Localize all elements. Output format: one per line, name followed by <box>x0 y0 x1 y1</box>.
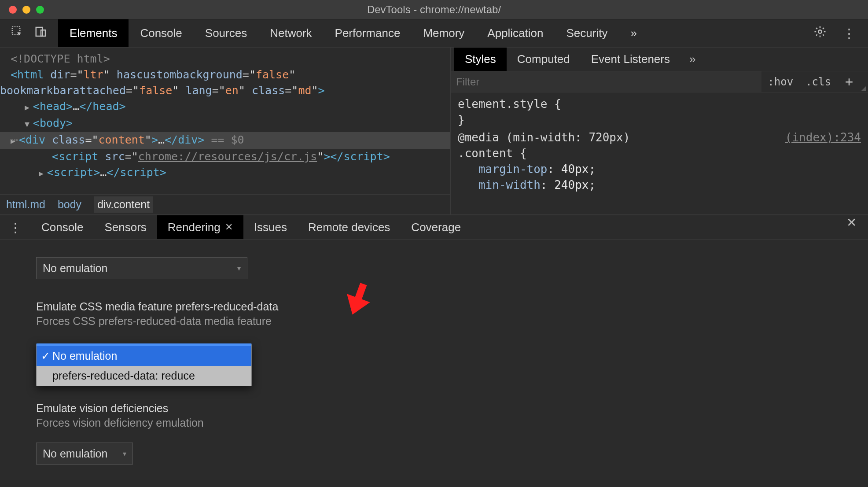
styles-panel: Styles Computed Event Listeners » :hov .… <box>451 48 868 214</box>
tab-sources[interactable]: Sources <box>194 19 258 47</box>
styles-filter-input[interactable] <box>451 71 761 92</box>
window-titlebar: DevTools - chrome://newtab/ <box>0 0 868 19</box>
style-rule[interactable]: element.style { } <box>458 96 861 128</box>
vision-deficiency-select[interactable]: No emulation ▾ <box>36 443 133 465</box>
tab-label: Rendering <box>168 221 221 234</box>
toggle-hov-button[interactable]: :hov <box>761 76 799 88</box>
tab-label: Performance <box>335 26 401 40</box>
tab-label: Styles <box>465 52 496 66</box>
section-title: Emulate CSS media feature prefers-reduce… <box>36 300 868 313</box>
styles-filter-row: :hov .cls + <box>451 71 868 92</box>
dom-tree[interactable]: <!DOCTYPE html> <html dir="ltr" hascusto… <box>0 48 450 194</box>
drawer-tab-console[interactable]: Console <box>31 215 94 239</box>
svg-rect-1 <box>36 27 43 36</box>
css-media-emulation-select[interactable]: No emulation ▾ <box>36 257 247 279</box>
main-tab-bar: Elements Console Sources Network Perform… <box>0 19 868 48</box>
settings-gear-icon[interactable] <box>813 25 827 41</box>
rule-selector: element.style { <box>458 97 561 111</box>
svg-point-3 <box>818 30 822 33</box>
dom-doctype: <!DOCTYPE html> <box>11 52 110 65</box>
rule-source-link[interactable]: (index):234 <box>785 129 861 145</box>
tab-label: Memory <box>423 26 464 40</box>
tab-application[interactable]: Application <box>476 19 555 47</box>
drawer-tab-coverage[interactable]: Coverage <box>401 215 471 239</box>
breadcrumb-item[interactable]: body <box>58 198 81 211</box>
styles-tab-computed[interactable]: Computed <box>507 48 581 71</box>
select-value: No emulation <box>43 447 107 460</box>
chevron-more-icon: » <box>630 26 636 40</box>
dom-node[interactable]: <html dir="ltr" hascustombackground="fal… <box>11 67 450 83</box>
rule-brace: } <box>458 113 465 126</box>
tab-label: Network <box>270 26 312 40</box>
styles-tab-bar: Styles Computed Event Listeners » <box>451 48 868 71</box>
rule-media: @media (min-width: 720px) <box>458 131 630 144</box>
tab-network[interactable]: Network <box>258 19 323 47</box>
dom-node-head[interactable]: <head>…</head> <box>11 99 450 115</box>
dropdown-option[interactable]: prefers-reduced-data: reduce <box>37 366 251 386</box>
dom-node-body[interactable]: <body> <box>11 115 450 132</box>
styles-tab-styles[interactable]: Styles <box>454 48 507 71</box>
tab-security[interactable]: Security <box>555 19 619 47</box>
tab-label: Event Listeners <box>591 52 670 66</box>
drawer-tab-sensors[interactable]: Sensors <box>94 215 157 239</box>
tab-label: Console <box>140 26 182 40</box>
section-description: Forces vision deficiency emulation <box>36 417 868 429</box>
close-window-button[interactable] <box>9 6 17 14</box>
breadcrumb-item[interactable]: html.md <box>6 198 45 211</box>
rule-selector: .content { <box>458 147 527 160</box>
tab-label: Remote devices <box>308 221 390 234</box>
dom-node-selected[interactable]: <div class="content">…</div> == $0 <box>0 132 450 149</box>
inspect-element-icon[interactable] <box>11 25 24 41</box>
close-icon[interactable]: ✕ <box>225 221 233 233</box>
new-style-rule-button[interactable]: + <box>837 74 861 89</box>
gutter-ellipsis-icon: ⋯ <box>11 132 18 148</box>
tab-label: Computed <box>517 52 570 66</box>
tab-label: Security <box>566 26 608 40</box>
tab-elements[interactable]: Elements <box>58 19 129 47</box>
rendering-panel: No emulation ▾ Emulate CSS media feature… <box>0 240 868 465</box>
tab-label: Sensors <box>104 221 146 234</box>
chevron-down-icon: ▾ <box>237 264 241 273</box>
section-description: Forces CSS prefers-reduced-data media fe… <box>36 315 868 328</box>
style-rule[interactable]: (index):234 @media (min-width: 720px) .c… <box>458 129 861 193</box>
breadcrumb: html.md body div.content <box>0 194 450 214</box>
dom-node[interactable]: <script src="chrome://resources/js/cr.js… <box>11 149 450 165</box>
dom-node[interactable]: bookmarkbarattached="false" lang="en" cl… <box>0 83 450 99</box>
toggle-cls-button[interactable]: .cls <box>799 76 837 88</box>
tab-console[interactable]: Console <box>129 19 193 47</box>
drawer-tab-remote-devices[interactable]: Remote devices <box>298 215 401 239</box>
prefers-reduced-data-dropdown[interactable]: No emulation prefers-reduced-data: reduc… <box>36 343 252 386</box>
traffic-lights <box>9 6 44 14</box>
drawer-tab-bar: ⋮ Console Sensors Rendering✕ Issues Remo… <box>0 215 868 240</box>
css-prop[interactable]: min-width <box>478 178 541 192</box>
window-title: DevTools - chrome://newtab/ <box>0 4 868 16</box>
tab-performance[interactable]: Performance <box>324 19 412 47</box>
dom-node[interactable]: <script>…</script> <box>11 165 450 181</box>
device-toolbar-icon[interactable] <box>34 25 48 41</box>
tab-label: Console <box>41 221 83 234</box>
css-prop[interactable]: margin-top <box>478 162 548 176</box>
kebab-menu-icon[interactable]: ⋮ <box>842 26 856 41</box>
tab-label: Elements <box>70 26 117 40</box>
elements-dom-panel: <!DOCTYPE html> <html dir="ltr" hascusto… <box>0 48 451 214</box>
styles-tabs-overflow[interactable]: » <box>680 48 704 71</box>
drawer-tab-rendering[interactable]: Rendering✕ <box>157 215 243 239</box>
css-val[interactable]: 40px <box>561 162 589 176</box>
drawer-close-icon[interactable]: ✕ <box>835 215 868 239</box>
drawer-tab-issues[interactable]: Issues <box>243 215 298 239</box>
tabs-overflow[interactable]: » <box>619 19 648 47</box>
css-val[interactable]: 240px <box>554 178 588 192</box>
zoom-window-button[interactable] <box>36 6 44 14</box>
dropdown-option[interactable]: No emulation <box>37 346 251 366</box>
tab-label: Sources <box>205 26 247 40</box>
chevron-more-icon: » <box>689 52 695 66</box>
select-value: No emulation <box>43 262 107 275</box>
minimize-window-button[interactable] <box>22 6 30 14</box>
drawer-menu-icon[interactable]: ⋮ <box>0 215 31 239</box>
styles-rules[interactable]: element.style { } (index):234 @media (mi… <box>451 92 868 214</box>
tab-memory[interactable]: Memory <box>412 19 476 47</box>
breadcrumb-item-active[interactable]: div.content <box>94 196 153 213</box>
chevron-down-icon: ▾ <box>123 450 126 458</box>
styles-tab-listeners[interactable]: Event Listeners <box>581 48 680 71</box>
resize-handle-icon[interactable] <box>861 86 866 91</box>
